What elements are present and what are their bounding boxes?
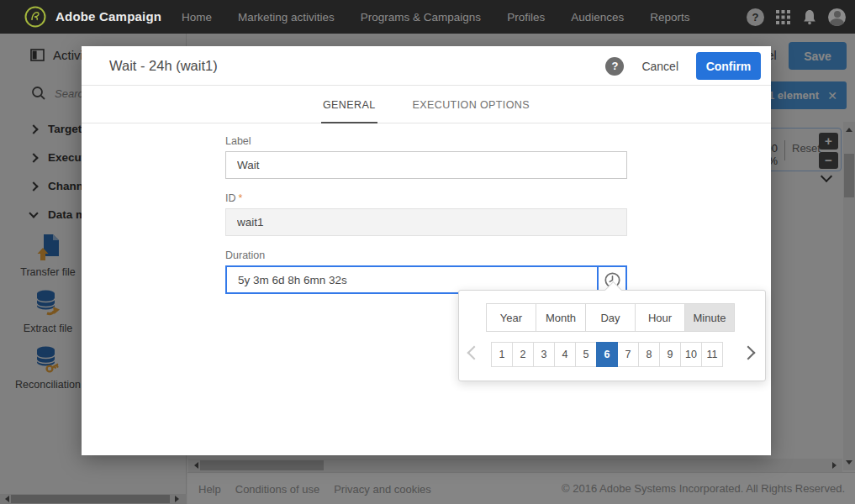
unit-tab-hour[interactable]: Hour — [635, 303, 685, 332]
nav-item-home[interactable]: Home — [182, 11, 212, 24]
label-input[interactable] — [225, 151, 627, 179]
value-cell-5[interactable]: 5 — [575, 342, 597, 367]
tab-general[interactable]: GENERAL — [321, 86, 377, 123]
dialog-body: Label ID* Duration — [82, 123, 771, 294]
unit-tab-minute[interactable]: Minute — [684, 303, 735, 332]
label-field-group: Label — [225, 135, 627, 179]
cancel-button[interactable]: Cancel — [641, 60, 678, 73]
value-cell-6-selected[interactable]: 6 — [596, 342, 618, 367]
value-cell-7[interactable]: 7 — [617, 342, 639, 367]
value-cell-9[interactable]: 9 — [659, 342, 681, 367]
dialog-title: Wait - 24h (wait1) — [109, 46, 218, 86]
value-cell-10[interactable]: 10 — [680, 342, 702, 367]
help-icon[interactable]: ? — [605, 57, 624, 76]
nav-item-reports[interactable]: Reports — [650, 11, 689, 24]
duration-field-label: Duration — [225, 249, 627, 261]
value-cell-8[interactable]: 8 — [638, 342, 660, 367]
adobe-campaign-logo-icon[interactable] — [24, 6, 46, 28]
main-menu: Home Marketing activities Programs & Cam… — [182, 0, 689, 34]
unit-tab-month[interactable]: Month — [536, 303, 586, 332]
duration-picker-popup: Year Month Day Hour Minute 1 2 3 4 5 6 7… — [458, 290, 766, 381]
app-title: Adobe Campaign — [55, 0, 161, 34]
unit-tab-day[interactable]: Day — [585, 303, 636, 332]
top-nav: Adobe Campaign Home Marketing activities… — [0, 0, 855, 34]
duration-field-group: Duration — [225, 249, 627, 294]
nav-item-audiences[interactable]: Audiences — [571, 11, 624, 24]
tab-execution-options[interactable]: EXECUTION OPTIONS — [411, 86, 531, 123]
notifications-bell-icon[interactable] — [802, 9, 817, 25]
picker-prev-chevron-icon[interactable] — [467, 346, 482, 360]
value-cell-3[interactable]: 3 — [533, 342, 555, 367]
value-cells: 1 2 3 4 5 6 7 8 9 10 11 — [491, 342, 723, 367]
id-input — [225, 208, 627, 236]
id-field-label: ID* — [225, 192, 627, 204]
nav-item-marketing-activities[interactable]: Marketing activities — [238, 11, 335, 24]
unit-tab-year[interactable]: Year — [486, 303, 536, 332]
value-cell-4[interactable]: 4 — [554, 342, 576, 367]
user-avatar[interactable] — [828, 8, 846, 26]
dialog-actions: ? Cancel Confirm — [605, 46, 761, 86]
value-cell-2[interactable]: 2 — [512, 342, 534, 367]
value-cell-11[interactable]: 11 — [701, 342, 723, 367]
nav-item-profiles[interactable]: Profiles — [507, 11, 545, 24]
confirm-button[interactable]: Confirm — [696, 52, 761, 80]
value-cell-1[interactable]: 1 — [491, 342, 513, 367]
nav-item-programs-campaigns[interactable]: Programs & Campaigns — [361, 11, 481, 24]
unit-tabs: Year Month Day Hour Minute — [486, 303, 735, 332]
picker-next-chevron-icon[interactable] — [742, 346, 756, 360]
dialog-header: Wait - 24h (wait1) ? Cancel Confirm — [82, 46, 771, 86]
nav-utilities: ? — [747, 0, 846, 34]
apps-grid-icon[interactable] — [775, 9, 791, 25]
dialog-tabs: GENERAL EXECUTION OPTIONS — [82, 86, 771, 123]
wait-activity-dialog: Wait - 24h (wait1) ? Cancel Confirm GENE… — [82, 46, 771, 455]
required-asterisk: * — [239, 192, 243, 204]
id-field-group: ID* — [225, 192, 627, 236]
label-field-label: Label — [225, 135, 627, 147]
help-icon[interactable]: ? — [747, 8, 764, 26]
